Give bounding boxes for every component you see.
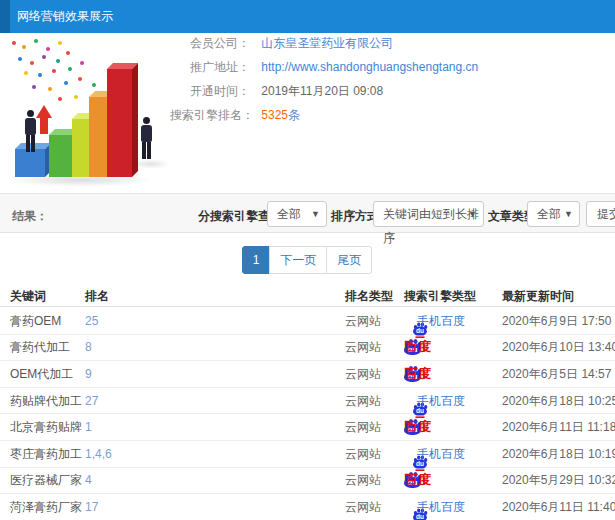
keyword: 药贴牌代加工 (10, 392, 82, 409)
table-row: 枣庄膏药加工 1,4,6 云网站 du 手机百度 2020年6月18日 10:1… (0, 441, 615, 468)
member-info-panel: 会员公司： 山东皇圣堂药业有限公司 推广地址： http://www.shand… (170, 37, 610, 133)
col-engine-type: 搜索引擎类型 (404, 288, 476, 305)
engine-select[interactable]: 全部 ▼ (267, 201, 327, 227)
keyword: 菏泽膏药厂家 (10, 498, 82, 515)
info-row-company: 会员公司： 山东皇圣堂药业有限公司 (170, 37, 610, 49)
table-header: 关键词 排名 排名类型 搜索引擎类型 最新更新时间 (0, 283, 615, 307)
table-row: 膏药代加工 8 云网站 Bai du 百度 2020年6月10日 13:40 (0, 335, 615, 362)
updated-time: 2020年6月9日 17:50 (502, 312, 611, 329)
rank-link[interactable]: 1,4,6 (85, 447, 112, 461)
last-page-button[interactable]: 尾页 (326, 246, 372, 274)
keyword: 膏药代加工 (10, 339, 70, 356)
sort-select[interactable]: 关键词由短到长排序 ▼ (373, 201, 484, 227)
bar-red-icon (107, 69, 132, 177)
company-label: 会员公司： (170, 37, 250, 49)
engine-label: 手机百度 (417, 445, 465, 462)
updated-time: 2020年6月18日 10:19 (502, 445, 615, 462)
open-time-value: 2019年11月20日 09:08 (261, 84, 383, 98)
submit-button[interactable]: 提交 (586, 201, 615, 227)
baidu-pc-logo: Bai du 百度 (404, 414, 504, 440)
pagination: 1下一页尾页 (0, 246, 615, 274)
promo-url-link[interactable]: http://www.shandonghuangshengtang.cn (261, 60, 478, 74)
businessman-left-icon (22, 110, 38, 152)
info-row-open-time: 开通时间： 2019年11月20日 09:08 (170, 85, 610, 97)
page: 网络营销效果展示 会员公司： 山东皇圣堂药业有限公司 推广地址： http://… (0, 0, 615, 520)
updated-time: 2020年6月11日 11:40 (502, 498, 615, 515)
col-keyword: 关键词 (10, 288, 46, 305)
rank-link[interactable]: 9 (85, 367, 92, 381)
table-row: OEM代加工 9 云网站 Bai du 百度 2020年6月5日 14:57 (0, 361, 615, 388)
updated-time: 2020年6月11日 11:18 (502, 419, 615, 436)
table-body: 膏药OEM 25 云网站 du 手机百度 2020年6月9日 17:50 膏药代… (0, 308, 615, 520)
header-left-accent (0, 0, 10, 33)
rank-link[interactable]: 8 (85, 340, 92, 354)
engine-label: 手机百度 (417, 392, 465, 409)
baidu-pc-logo: Bai du 百度 (404, 361, 504, 387)
header-bar: 网络营销效果展示 (0, 0, 615, 33)
updated-time: 2020年6月18日 10:25 (502, 392, 615, 409)
rank-type: 云网站 (345, 339, 381, 356)
rank-link[interactable]: 1 (85, 420, 92, 434)
updated-time: 2020年6月5日 14:57 (502, 365, 611, 382)
table-row: 膏药OEM 25 云网站 du 手机百度 2020年6月9日 17:50 (0, 308, 615, 335)
result-label: 结果： (12, 208, 48, 225)
chevron-down-icon: ▼ (564, 202, 573, 226)
baidu-mobile-logo: du 手机百度 (404, 441, 504, 467)
sort-select-value: 关键词由短到长排序 (383, 207, 479, 245)
sort-filter-label: 排序方式 (331, 208, 379, 225)
updated-time: 2020年5月29日 10:32 (502, 472, 615, 489)
rank-type: 云网站 (345, 498, 381, 515)
engine-label: 百度 (405, 338, 431, 356)
updated-time: 2020年6月10日 13:40 (502, 339, 615, 356)
keyword: 北京膏药贴牌 (10, 419, 82, 436)
company-link[interactable]: 山东皇圣堂药业有限公司 (261, 36, 393, 50)
bar-blue-icon (15, 149, 45, 177)
businessman-right-icon (138, 117, 154, 159)
keyword: OEM代加工 (10, 365, 73, 382)
rank-count-label: 搜索引擎排名： (170, 109, 250, 121)
rank-type: 云网站 (345, 365, 381, 382)
baidu-pc-logo: Bai du 百度 (404, 335, 504, 361)
open-time-label: 开通时间： (170, 85, 250, 97)
hero-chart-graphic (0, 35, 185, 185)
confetti-dots-icon (12, 41, 16, 45)
table-row: 医疗器械厂家 4 云网站 Bai du 百度 2020年5月29日 10:32 (0, 468, 615, 495)
rank-type: 云网站 (345, 392, 381, 409)
col-updated: 最新更新时间 (502, 288, 574, 305)
rank-type: 云网站 (345, 445, 381, 462)
baidu-mobile-logo: du 手机百度 (404, 388, 504, 414)
rank-link[interactable]: 4 (85, 473, 92, 487)
next-page-button[interactable]: 下一页 (269, 246, 327, 274)
keyword: 枣庄膏药加工 (10, 445, 82, 462)
table-row: 药贴牌代加工 27 云网站 du 手机百度 2020年6月18日 10:25 (0, 388, 615, 415)
page-title: 网络营销效果展示 (17, 0, 113, 33)
engine-label: 手机百度 (417, 312, 465, 329)
baidu-pc-logo: Bai du 百度 (404, 468, 504, 494)
info-row-url: 推广地址： http://www.shandonghuangshengtang.… (170, 61, 610, 73)
baidu-mobile-logo: du 手机百度 (404, 308, 504, 334)
keyword: 医疗器械厂家 (10, 472, 82, 489)
rank-count-value: 5325 (261, 108, 288, 122)
promo-url-label: 推广地址： (170, 61, 250, 73)
engine-label: 百度 (405, 471, 431, 489)
up-arrow-icon (36, 105, 52, 135)
chevron-down-icon: ▼ (311, 202, 320, 226)
rank-link[interactable]: 25 (85, 314, 98, 328)
article-type-select[interactable]: 全部 ▼ (527, 201, 580, 227)
rank-count-suffix: 条 (288, 108, 300, 122)
rank-type: 云网站 (345, 419, 381, 436)
baidu-mobile-logo: du 手机百度 (404, 494, 504, 520)
engine-label: 百度 (405, 365, 431, 383)
filter-bar: 结果： 分搜索引擎查看 全部 ▼ 排序方式 关键词由短到长排序 ▼ 文章类型 全… (0, 193, 615, 233)
article-type-value: 全部 (537, 207, 561, 221)
info-row-rank-count: 搜索引擎排名： 5325条 (170, 109, 610, 121)
page-1-button[interactable]: 1 (242, 246, 271, 274)
col-rank: 排名 (85, 288, 109, 305)
table-row: 菏泽膏药厂家 17 云网站 du 手机百度 2020年6月11日 11:40 (0, 494, 615, 520)
engine-label: 百度 (405, 418, 431, 436)
rank-link[interactable]: 27 (85, 394, 98, 408)
engine-label: 手机百度 (417, 498, 465, 515)
col-rank-type: 排名类型 (345, 288, 393, 305)
rank-type: 云网站 (345, 472, 381, 489)
rank-link[interactable]: 17 (85, 500, 98, 514)
